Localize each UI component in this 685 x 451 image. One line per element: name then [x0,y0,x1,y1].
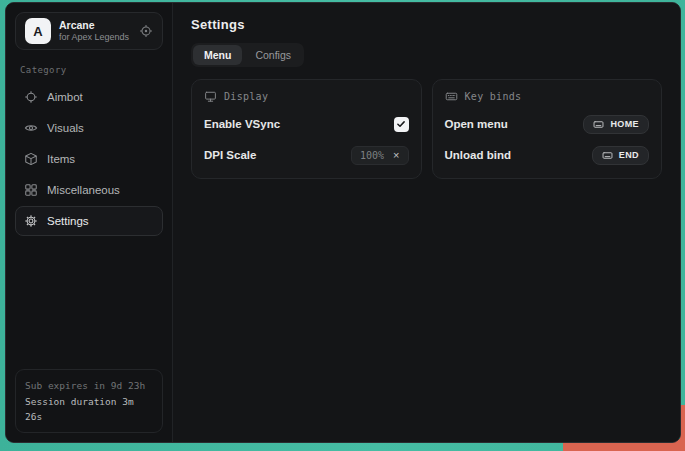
monitor-icon [204,90,217,103]
open-menu-key: HOME [610,119,639,129]
tab-menu[interactable]: Menu [193,45,242,65]
arcane-overlay-window: A Arcane for Apex Legends Category [5,2,681,443]
cube-icon [24,152,38,166]
settings-tabs: Menu Configs [191,43,304,67]
settings-cards: Display Enable VSync DPI Scale [191,79,662,179]
unload-bind-row: Unload bind END [445,145,650,165]
sidebar-item-label: Aimbot [47,91,83,103]
tab-configs[interactable]: Configs [244,45,302,65]
brand-subtitle: for Apex Legends [59,32,129,43]
sidebar-item-aimbot[interactable]: Aimbot [15,82,163,112]
subscription-status-box: Sub expires in 9d 23h Session duration 3… [15,369,163,433]
eye-icon [24,121,38,135]
keyboard-icon [593,119,604,130]
sidebar: A Arcane for Apex Legends Category [6,3,173,442]
category-label: Category [20,65,163,75]
sub-expires-text: Sub expires in 9d 23h [25,378,153,393]
brand-text: Arcane for Apex Legends [59,19,129,43]
brand-title: Arcane [59,19,129,32]
display-card: Display Enable VSync DPI Scale [191,79,422,179]
display-card-header: Display [204,90,409,103]
main-content: Settings Menu Configs Display [173,3,680,442]
open-menu-keybind-button[interactable]: HOME [583,115,649,134]
target-icon[interactable] [139,24,153,38]
sidebar-item-items[interactable]: Items [15,144,163,174]
unload-bind-label: Unload bind [445,149,511,161]
keybinds-card-title: Key binds [465,91,522,102]
session-duration-text: Session duration 3m 26s [25,394,153,424]
keyboard-icon [602,150,613,161]
keybinds-card: Key binds Open menu HOME [432,79,663,179]
dpi-scale-input[interactable]: 100% × [351,146,409,165]
page-title: Settings [191,17,662,32]
open-menu-label: Open menu [445,118,508,130]
grid-icon [24,183,38,197]
clear-icon[interactable]: × [393,150,399,161]
sidebar-item-settings[interactable]: Settings [15,206,163,236]
dpi-scale-label: DPI Scale [204,149,256,161]
unload-bind-keybind-button[interactable]: END [592,146,649,165]
open-menu-row: Open menu HOME [445,114,650,134]
enable-vsync-label: Enable VSync [204,118,280,130]
sidebar-item-label: Miscellaneous [47,184,120,196]
enable-vsync-row: Enable VSync [204,114,409,134]
brand-header: A Arcane for Apex Legends [15,12,163,50]
sidebar-item-label: Settings [47,215,89,227]
gear-icon [24,214,38,228]
sidebar-item-label: Items [47,153,75,165]
sidebar-item-label: Visuals [47,122,84,134]
vsync-checkbox[interactable] [394,117,409,132]
sidebar-item-miscellaneous[interactable]: Miscellaneous [15,175,163,205]
crosshair-icon [24,90,38,104]
keyboard-icon [445,90,458,103]
dpi-scale-row: DPI Scale 100% × [204,145,409,165]
display-card-title: Display [224,91,268,102]
sidebar-item-visuals[interactable]: Visuals [15,113,163,143]
game-background: A Arcane for Apex Legends Category [0,0,685,451]
unload-bind-key: END [619,150,639,160]
dpi-scale-value: 100% [360,150,384,161]
arcane-logo: A [25,18,51,44]
keybinds-card-header: Key binds [445,90,650,103]
